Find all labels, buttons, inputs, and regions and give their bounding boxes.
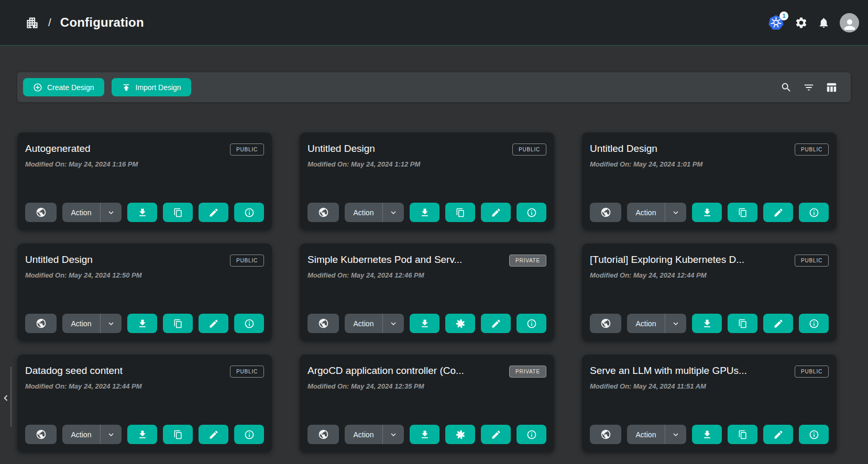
clone-button[interactable] (163, 203, 193, 222)
info-button[interactable] (799, 314, 829, 333)
edit-button[interactable] (763, 314, 793, 333)
globe-icon (600, 318, 611, 329)
caret-down-icon[interactable] (665, 203, 686, 222)
info-button[interactable] (799, 203, 829, 222)
download-button[interactable] (410, 314, 440, 333)
download-button[interactable] (692, 203, 722, 222)
visibility-globe-button[interactable] (307, 425, 339, 444)
caret-down-icon[interactable] (665, 314, 686, 333)
caret-down-icon[interactable] (383, 314, 404, 333)
visibility-globe-button[interactable] (590, 425, 621, 444)
edit-button[interactable] (199, 203, 228, 222)
visibility-globe-button[interactable] (307, 203, 339, 222)
visibility-globe-button[interactable] (25, 203, 57, 222)
card-actions: Action (25, 425, 264, 444)
copy-icon (173, 429, 183, 440)
download-button[interactable] (410, 203, 440, 222)
action-dropdown[interactable]: Action (627, 314, 686, 333)
action-dropdown[interactable]: Action (62, 314, 122, 333)
action-dropdown[interactable]: Action (62, 203, 122, 222)
caret-down-icon[interactable] (383, 425, 404, 444)
visibility-globe-button[interactable] (25, 425, 57, 444)
edit-button[interactable] (481, 425, 511, 444)
info-button[interactable] (517, 425, 546, 444)
action-dropdown-label: Action (62, 314, 100, 333)
design-card: Untitled Design PUBLIC Modified On: May … (17, 244, 272, 341)
clone-button[interactable] (728, 425, 757, 444)
globe-icon (318, 429, 329, 440)
action-dropdown[interactable]: Action (345, 314, 404, 333)
info-button[interactable] (234, 314, 264, 333)
filter-button[interactable] (803, 82, 815, 93)
import-design-label: Import Design (136, 83, 181, 92)
info-button[interactable] (234, 425, 264, 444)
design-cards-grid: Autogenerated PUBLIC Modified On: May 24… (17, 132, 868, 452)
action-dropdown-label: Action (345, 314, 382, 333)
modified-on-text: Modified On: May 24, 2024 11:51 AM (590, 382, 829, 390)
globe-icon (36, 207, 47, 218)
clone-button[interactable] (163, 425, 193, 444)
caret-down-icon[interactable] (665, 425, 686, 444)
download-button[interactable] (127, 314, 157, 333)
action-dropdown[interactable]: Action (345, 203, 404, 222)
download-button[interactable] (692, 425, 722, 444)
kanvas-button[interactable] (445, 314, 475, 333)
action-dropdown[interactable]: Action (627, 203, 686, 222)
action-dropdown[interactable]: Action (627, 425, 686, 444)
create-design-button[interactable]: Create Design (23, 78, 104, 96)
edit-button[interactable] (481, 203, 511, 222)
upload-icon (122, 83, 131, 92)
visibility-globe-button[interactable] (25, 314, 57, 333)
modified-on-text: Modified On: May 24, 2024 12:35 PM (307, 382, 546, 390)
sidebar-expand-button[interactable] (0, 386, 12, 410)
globe-icon (600, 429, 611, 440)
info-button[interactable] (517, 203, 546, 222)
edit-button[interactable] (481, 314, 511, 333)
edit-button[interactable] (763, 425, 793, 444)
clone-button[interactable] (163, 314, 193, 333)
visibility-globe-button[interactable] (307, 314, 339, 333)
edit-button[interactable] (763, 203, 793, 222)
edit-icon (491, 429, 501, 440)
card-actions: Action (307, 425, 546, 444)
info-button[interactable] (234, 203, 264, 222)
chevron-left-icon (0, 392, 12, 404)
kanvas-button[interactable] (445, 425, 475, 444)
info-icon (809, 318, 819, 329)
table-view-button[interactable] (826, 82, 837, 93)
info-button[interactable] (517, 314, 546, 333)
kubernetes-context-button[interactable]: 1 (767, 14, 785, 31)
action-dropdown[interactable]: Action (62, 425, 122, 444)
clone-button[interactable] (445, 203, 475, 222)
caret-down-icon[interactable] (101, 203, 122, 222)
clone-button[interactable] (728, 314, 757, 333)
action-dropdown[interactable]: Action (345, 425, 404, 444)
info-button[interactable] (799, 425, 829, 444)
download-icon (702, 207, 712, 218)
user-avatar[interactable] (840, 13, 859, 32)
edit-icon (773, 207, 784, 218)
design-title: Datadog seed content (25, 365, 123, 377)
download-button[interactable] (127, 203, 157, 222)
edit-button[interactable] (199, 425, 228, 444)
search-button[interactable] (781, 82, 792, 93)
person-icon (842, 17, 858, 32)
caret-down-icon[interactable] (101, 314, 122, 333)
design-card: Untitled Design PUBLIC Modified On: May … (582, 132, 837, 230)
notifications-button[interactable] (818, 17, 830, 29)
caret-down-icon[interactable] (383, 203, 404, 222)
visibility-globe-button[interactable] (590, 203, 621, 222)
visibility-badge: PUBLIC (230, 366, 264, 378)
download-button[interactable] (692, 314, 722, 333)
card-actions: Action (25, 314, 264, 333)
download-button[interactable] (410, 425, 440, 444)
organization-icon[interactable] (25, 16, 39, 30)
download-button[interactable] (127, 425, 157, 444)
settings-button[interactable] (795, 16, 808, 29)
modified-on-text: Modified On: May 24, 2024 12:44 PM (590, 271, 829, 279)
import-design-button[interactable]: Import Design (112, 78, 191, 96)
edit-button[interactable] (199, 314, 228, 333)
visibility-globe-button[interactable] (590, 314, 621, 333)
caret-down-icon[interactable] (101, 425, 122, 444)
clone-button[interactable] (728, 203, 757, 222)
